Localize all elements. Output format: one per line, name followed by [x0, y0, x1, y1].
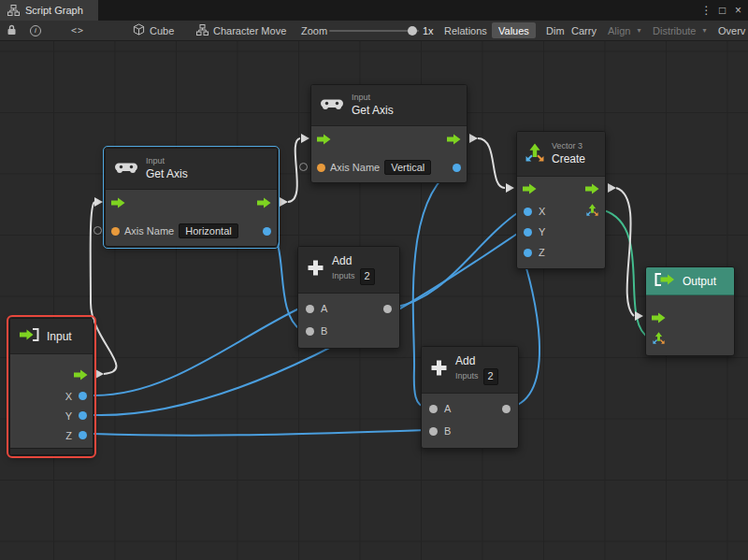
control-output-port[interactable]: [447, 134, 461, 145]
wire-input-x-to-add-a[interactable]: [94, 308, 301, 395]
control-output-port[interactable]: [257, 197, 271, 208]
float-input-port-y[interactable]: [524, 228, 532, 237]
float-output-port[interactable]: [263, 227, 271, 236]
distribute-dropdown[interactable]: Distribute ▾: [646, 22, 712, 38]
node-get-axis-horizontal[interactable]: Input Get Axis Axis Name Horizontal: [105, 148, 278, 247]
port-label: Axis Name: [124, 225, 174, 237]
wire-arrow: [608, 183, 616, 193]
control-output-port[interactable]: [585, 183, 599, 194]
wire-getaxis-horizontal-to-vertical[interactable]: [288, 138, 300, 202]
port-label: X: [65, 391, 72, 402]
axis-name-field[interactable]: Horizontal: [179, 223, 238, 238]
node-title: Output: [683, 275, 716, 288]
node-get-axis-vertical[interactable]: Input Get Axis Axis Name Vertical: [310, 84, 468, 183]
vector3-output-port[interactable]: [586, 203, 598, 220]
string-input-port[interactable]: [317, 164, 325, 172]
graph-input-icon: [19, 328, 39, 345]
node-header[interactable]: Input: [10, 319, 93, 354]
graph-canvas[interactable]: Input Get Axis Axis Name Vertical: [0, 41, 748, 560]
node-graph-output[interactable]: Output: [645, 266, 735, 356]
menu-dots-icon[interactable]: ⋮: [698, 4, 714, 17]
chevron-down-icon: ▾: [702, 26, 706, 35]
node-header[interactable]: Input Get Axis: [311, 85, 467, 126]
value-input-port-b[interactable]: [306, 327, 314, 336]
tab-bar: Script Graph ⋮ □ ×: [0, 0, 748, 21]
align-dropdown[interactable]: Align ▾: [601, 22, 647, 38]
node-add-bottom[interactable]: Add Inputs 2 A B: [421, 346, 519, 449]
graph-asset[interactable]: Character Move: [196, 21, 286, 40]
zoom-slider[interactable]: [329, 30, 419, 32]
relations-toggle[interactable]: Relations: [438, 22, 494, 38]
inputs-count-field[interactable]: 2: [360, 268, 375, 285]
float-output-port-y[interactable]: [79, 411, 87, 420]
inputs-label: Inputs: [332, 271, 355, 281]
inputs-count-field[interactable]: 2: [483, 368, 498, 385]
node-header[interactable]: Output: [646, 267, 734, 295]
port-label: Axis Name: [330, 162, 380, 173]
node-footer: [10, 448, 93, 454]
carry-toggle[interactable]: Carry: [565, 22, 603, 38]
wire-arrow: [469, 134, 478, 143]
tab-script-graph[interactable]: Script Graph: [0, 0, 98, 21]
gamepad-icon: [320, 97, 344, 114]
node-add-top[interactable]: Add Inputs 2 A B: [297, 246, 400, 349]
unconnected-port-circle[interactable]: [299, 163, 308, 171]
float-output-port-z[interactable]: [79, 431, 87, 439]
control-input-port[interactable]: [317, 134, 331, 145]
lock-button[interactable]: [3, 21, 21, 40]
tab-title: Script Graph: [25, 5, 83, 16]
node-title: Input: [47, 330, 72, 343]
node-graph-input[interactable]: Input X Y Z: [9, 318, 94, 455]
wire-arrow: [94, 197, 103, 207]
plus-icon: [307, 259, 324, 280]
graph-target-label: Cube: [150, 25, 174, 36]
control-output-port[interactable]: [74, 369, 88, 381]
chevron-down-icon: ▾: [637, 26, 640, 35]
overview-button[interactable]: Overv: [712, 22, 748, 38]
node-header[interactable]: Input Get Axis: [106, 149, 277, 190]
control-input-port[interactable]: [652, 312, 666, 323]
maximize-icon[interactable]: □: [714, 4, 730, 17]
zoom-handle[interactable]: [408, 26, 417, 36]
value-output-port[interactable]: [383, 305, 392, 313]
value-input-port-a[interactable]: [306, 305, 314, 313]
graph-target[interactable]: Cube: [133, 21, 174, 40]
node-title: Get Axis: [146, 167, 188, 181]
value-output-port[interactable]: [502, 405, 511, 413]
value-input-port-a[interactable]: [429, 405, 438, 413]
float-output-port-x[interactable]: [79, 392, 87, 400]
wire-add-to-vector3-x[interactable]: [393, 211, 520, 308]
cube-icon: [133, 23, 145, 37]
node-header[interactable]: Add Inputs 2: [298, 247, 399, 294]
wire-arrow: [95, 369, 104, 379]
float-input-port-x[interactable]: [524, 208, 532, 216]
node-title: Create: [552, 152, 585, 166]
zoom-label: Zoom: [301, 21, 327, 40]
info-icon: i: [30, 25, 41, 36]
port-label: A: [321, 303, 327, 314]
values-toggle[interactable]: Values: [492, 22, 536, 38]
info-button[interactable]: i: [26, 21, 45, 40]
value-input-port-b[interactable]: [429, 427, 438, 436]
float-input-port-z[interactable]: [524, 249, 532, 257]
port-label: Y: [539, 226, 545, 237]
node-header[interactable]: Add Inputs 2: [422, 347, 518, 394]
port-label: Z: [65, 430, 72, 441]
float-output-port[interactable]: [453, 164, 461, 172]
code-preview-button[interactable]: <>: [56, 21, 99, 40]
node-title: Get Axis: [352, 104, 394, 118]
control-input-port[interactable]: [523, 183, 537, 194]
port-label: Y: [65, 410, 72, 422]
lock-icon: [7, 24, 17, 37]
port-label: B: [444, 425, 451, 437]
node-vector3-create[interactable]: Vector 3 Create X: [516, 131, 606, 269]
close-icon[interactable]: ×: [730, 4, 746, 17]
vector3-input-port[interactable]: [653, 331, 665, 348]
unconnected-port-circle[interactable]: [94, 226, 102, 235]
node-header[interactable]: Vector 3 Create: [517, 132, 605, 177]
control-input-port[interactable]: [111, 197, 125, 208]
wire-input-z-to-add2-b[interactable]: [94, 430, 426, 436]
axis-name-field[interactable]: Vertical: [384, 160, 431, 175]
wire-getaxis-vertical-to-vector3[interactable]: [478, 138, 505, 188]
string-input-port[interactable]: [111, 227, 120, 236]
